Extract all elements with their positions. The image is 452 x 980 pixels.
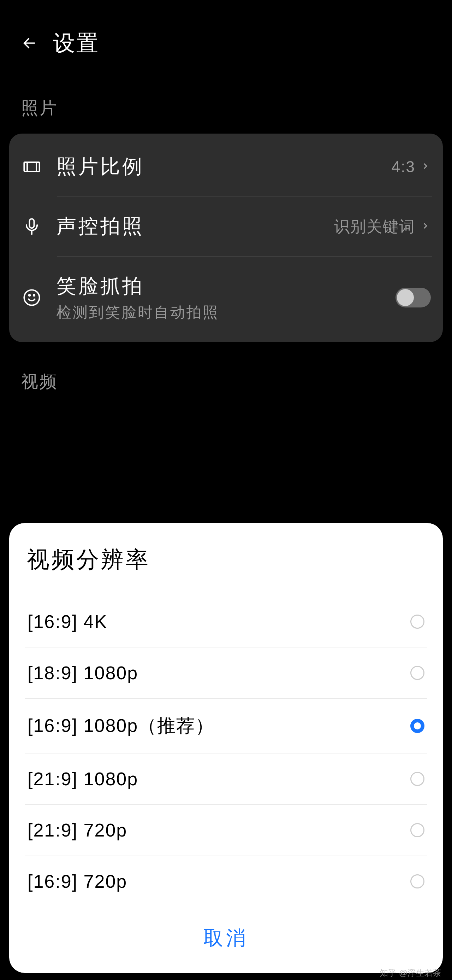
option-16-9-1080p[interactable]: [16:9] 1080p（推荐） <box>25 699 427 754</box>
radio-unselected-icon <box>410 772 425 786</box>
svg-point-6 <box>29 295 30 296</box>
chevron-right-icon <box>421 221 431 231</box>
option-label: [16:9] 4K <box>27 611 107 632</box>
smile-toggle[interactable] <box>395 288 431 307</box>
page-title: 设置 <box>53 28 100 58</box>
row-smile-capture[interactable]: 笑脸抓拍 检测到笑脸时自动拍照 <box>9 256 443 339</box>
row-subtitle: 检测到笑脸时自动拍照 <box>57 302 395 322</box>
radio-unselected-icon <box>410 614 425 629</box>
watermark: 知乎 @浮生若茶 <box>380 967 441 978</box>
option-21-9-1080p[interactable]: [21:9] 1080p <box>25 754 427 805</box>
row-title: 声控拍照 <box>57 213 334 240</box>
row-title: 笑脸抓拍 <box>57 273 395 300</box>
option-label: [21:9] 1080p <box>27 768 138 789</box>
section-label-video: 视频 <box>0 346 452 404</box>
chevron-right-icon <box>421 162 431 172</box>
row-voice-shutter[interactable]: 声控拍照 识别关键词 <box>9 197 443 256</box>
header: 设置 <box>0 0 452 72</box>
cancel-button[interactable]: 取消 <box>25 907 427 959</box>
radio-unselected-icon <box>410 874 425 888</box>
dialog-title: 视频分辨率 <box>25 544 427 575</box>
smile-icon <box>21 287 42 308</box>
svg-rect-3 <box>30 219 34 228</box>
row-value: 识别关键词 <box>334 216 415 237</box>
toggle-knob <box>397 289 414 306</box>
radio-selected-icon <box>410 719 425 733</box>
radio-unselected-icon <box>410 823 425 837</box>
option-label: [18:9] 1080p <box>27 662 138 684</box>
option-18-9-1080p[interactable]: [18:9] 1080p <box>25 648 427 699</box>
option-label: [16:9] 720p <box>27 871 127 892</box>
microphone-icon <box>21 216 42 237</box>
option-16-9-720p[interactable]: [16:9] 720p <box>25 856 427 907</box>
section-label-photo: 照片 <box>0 72 452 130</box>
option-label: [21:9] 720p <box>27 819 127 841</box>
row-photo-ratio[interactable]: 照片比例 4:3 <box>9 137 443 197</box>
option-21-9-720p[interactable]: [21:9] 720p <box>25 805 427 856</box>
option-label: [16:9] 1080p（推荐） <box>27 714 214 738</box>
resolution-dialog: 视频分辨率 [16:9] 4K [18:9] 1080p [16:9] 1080… <box>9 523 443 973</box>
settings-card-photo: 照片比例 4:3 声控拍照 识别关键词 <box>9 134 443 342</box>
row-value: 4:3 <box>392 158 415 176</box>
aspect-ratio-icon <box>21 156 42 177</box>
svg-rect-0 <box>24 162 39 172</box>
svg-point-7 <box>33 295 35 296</box>
option-4k[interactable]: [16:9] 4K <box>25 596 427 648</box>
row-title: 照片比例 <box>57 153 392 180</box>
svg-point-5 <box>24 290 39 305</box>
radio-unselected-icon <box>410 666 425 680</box>
back-icon[interactable] <box>21 34 39 52</box>
